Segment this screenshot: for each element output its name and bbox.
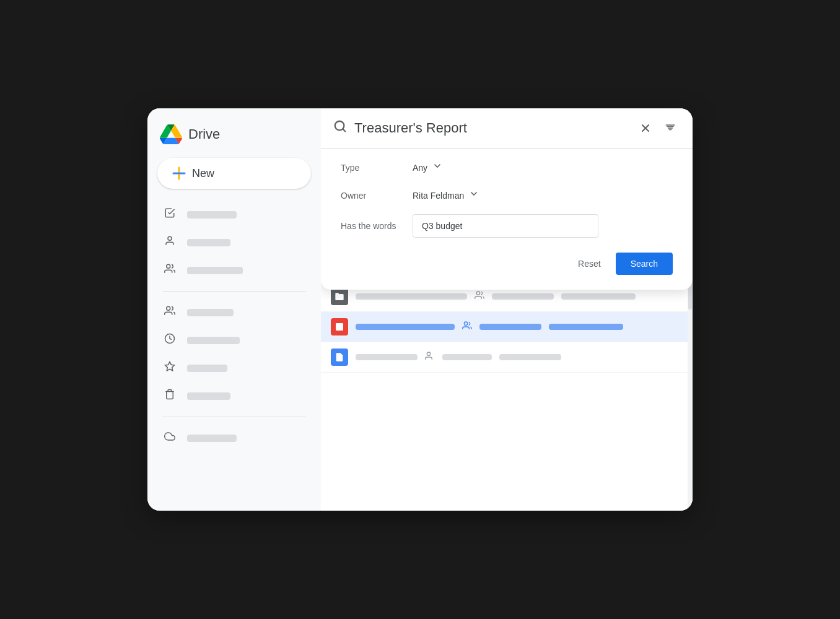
sidebar: Drive New — [147, 108, 321, 511]
type-filter-row: Type Any — [341, 158, 673, 176]
person-icon — [162, 235, 177, 249]
svg-line-8 — [343, 129, 345, 131]
file-date-bar — [499, 354, 561, 360]
svg-point-4 — [167, 306, 170, 310]
type-select[interactable]: Any — [413, 158, 442, 176]
file-meta-bar — [492, 293, 554, 300]
search-button[interactable]: Search — [616, 253, 673, 275]
contacts-icon — [162, 263, 177, 277]
svg-point-18 — [464, 322, 467, 325]
svg-point-2 — [168, 236, 172, 240]
type-filter-label: Type — [341, 163, 403, 173]
file-date-bar — [561, 293, 636, 300]
people-icon — [425, 351, 435, 363]
sidebar-item-storage[interactable] — [152, 425, 316, 451]
new-button[interactable]: New — [157, 158, 311, 189]
sidebar-item-label — [187, 365, 227, 372]
file-name-bar-selected — [356, 324, 455, 330]
search-filters: Type Any Owner Rita Feldman — [321, 149, 693, 248]
table-row[interactable] — [321, 342, 693, 373]
home-icon — [162, 207, 177, 222]
file-name-bar — [356, 293, 467, 300]
main-content: Treasurer's Report Type Any — [321, 108, 693, 511]
sidebar-nav — [147, 201, 321, 451]
close-button[interactable] — [636, 118, 655, 138]
search-icon — [333, 119, 347, 137]
sidebar-item-label — [187, 309, 234, 316]
svg-marker-6 — [165, 362, 175, 371]
new-button-label: New — [192, 167, 214, 180]
table-row[interactable] — [321, 312, 693, 342]
file-meta-bar-selected — [479, 324, 541, 330]
people-icon-selected — [462, 321, 472, 333]
filter-button[interactable] — [660, 118, 680, 138]
shared-icon — [162, 305, 177, 319]
svg-point-3 — [167, 264, 170, 268]
app-title: Drive — [188, 126, 220, 142]
svg-point-17 — [338, 325, 339, 326]
sidebar-item-home[interactable] — [152, 201, 316, 228]
sidebar-item-person[interactable] — [152, 229, 316, 256]
words-filter-label: Has the words — [341, 221, 403, 231]
sidebar-item-contacts[interactable] — [152, 257, 316, 284]
drive-logo-icon — [160, 123, 182, 145]
sidebar-item-label — [187, 337, 240, 344]
svg-point-19 — [427, 352, 430, 355]
reset-button[interactable]: Reset — [568, 253, 611, 275]
file-date-bar-selected — [549, 324, 623, 330]
doc-icon — [331, 348, 348, 366]
owner-chevron-icon — [469, 189, 479, 202]
cloud-icon — [162, 431, 177, 445]
sidebar-divider — [162, 291, 306, 292]
people-icon — [475, 290, 484, 303]
sidebar-item-trash[interactable] — [152, 383, 316, 409]
owner-select-value: Rita Feldman — [413, 191, 464, 201]
type-select-value: Any — [413, 163, 427, 173]
search-dialog: Treasurer's Report Type Any — [321, 108, 693, 290]
sidebar-item-label — [187, 239, 230, 246]
search-bar-actions — [636, 118, 680, 138]
sidebar-item-starred[interactable] — [152, 355, 316, 381]
sidebar-item-recent[interactable] — [152, 327, 316, 353]
sidebar-item-label — [187, 211, 237, 219]
file-meta-bar — [442, 354, 492, 360]
star-icon — [162, 361, 177, 375]
sidebar-divider-2 — [162, 417, 306, 417]
sidebar-item-label — [187, 267, 243, 274]
file-name-bar — [356, 354, 418, 360]
sidebar-item-shared[interactable] — [152, 299, 316, 326]
clock-icon — [162, 333, 177, 347]
app-window: Drive New — [147, 108, 693, 511]
folder-icon — [331, 288, 348, 305]
words-input[interactable] — [413, 214, 598, 238]
search-query: Treasurer's Report — [354, 120, 628, 136]
sidebar-header: Drive — [147, 118, 321, 158]
svg-point-15 — [476, 292, 479, 295]
file-list — [321, 282, 693, 511]
search-bar: Treasurer's Report — [321, 108, 693, 149]
plus-icon — [172, 167, 186, 180]
owner-filter-label: Owner — [341, 191, 403, 201]
trash-icon — [162, 389, 177, 403]
image-icon — [331, 318, 348, 335]
search-actions: Reset Search — [321, 248, 693, 275]
owner-filter-row: Owner Rita Feldman — [341, 186, 673, 204]
words-filter-row: Has the words — [341, 214, 673, 238]
sidebar-item-label — [187, 392, 230, 400]
sidebar-item-label — [187, 435, 237, 442]
type-chevron-icon — [432, 161, 442, 174]
owner-select[interactable]: Rita Feldman — [413, 186, 479, 204]
